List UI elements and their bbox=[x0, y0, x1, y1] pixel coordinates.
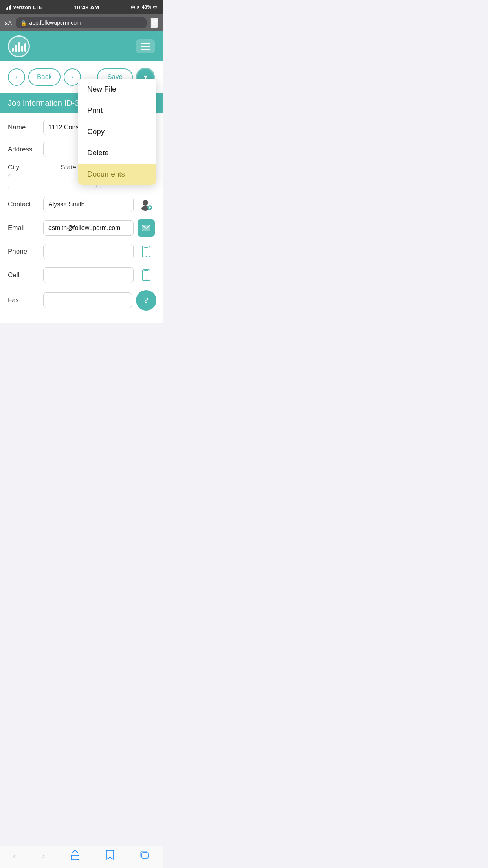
name-label: Name bbox=[8, 123, 39, 131]
cell-row: Cell bbox=[8, 267, 155, 284]
svg-rect-9 bbox=[142, 270, 150, 281]
phone-label: Phone bbox=[8, 248, 39, 256]
email-button[interactable] bbox=[138, 219, 155, 237]
lock-icon: 🔒 bbox=[20, 20, 27, 26]
address-label: Address bbox=[8, 145, 39, 153]
cell-label: Cell bbox=[8, 271, 39, 279]
dropdown-item-delete[interactable]: Delete bbox=[78, 142, 156, 164]
cell-button[interactable] bbox=[138, 267, 155, 284]
city-label: City bbox=[8, 164, 57, 171]
help-icon: ? bbox=[144, 295, 149, 305]
font-size-control[interactable]: aA bbox=[5, 20, 12, 26]
time-label: 10:49 AM bbox=[73, 4, 99, 11]
dropdown-item-print[interactable]: Print bbox=[78, 100, 156, 121]
cell-input[interactable] bbox=[43, 267, 134, 283]
browser-bar: aA 🔒 app.followupcrm.com ↺ bbox=[0, 14, 163, 31]
logo-bars bbox=[12, 41, 26, 52]
app-logo bbox=[8, 35, 30, 57]
svg-point-8 bbox=[146, 256, 147, 257]
svg-text:+: + bbox=[148, 205, 151, 210]
cell-icon bbox=[141, 269, 151, 281]
phone-input[interactable] bbox=[43, 244, 134, 259]
contact-input[interactable] bbox=[43, 197, 134, 212]
status-left: Verizon LTE bbox=[6, 4, 42, 10]
contact-label: Contact bbox=[8, 200, 39, 208]
status-bar: Verizon LTE 10:49 AM ◎ ➤ 43% ▭ bbox=[0, 0, 163, 14]
phone-button[interactable] bbox=[138, 243, 155, 260]
nav-left: ‹ Back › bbox=[8, 68, 81, 86]
app-header bbox=[0, 31, 163, 61]
dropdown-item-copy[interactable]: Copy bbox=[78, 121, 156, 142]
navigation-icon: ➤ bbox=[136, 4, 140, 10]
dropdown-item-new-file[interactable]: New File bbox=[78, 79, 156, 100]
fax-input[interactable] bbox=[43, 292, 132, 308]
location-icon: ◎ bbox=[131, 4, 135, 10]
refresh-button[interactable]: ↺ bbox=[150, 18, 158, 28]
add-contact-icon: + bbox=[140, 198, 152, 211]
email-icon bbox=[142, 225, 150, 231]
hamburger-menu-button[interactable] bbox=[136, 39, 155, 53]
signal-bars bbox=[6, 5, 11, 10]
svg-rect-6 bbox=[142, 246, 150, 257]
dropdown-menu: New File Print Copy Delete Documents bbox=[78, 79, 156, 185]
fax-label: Fax bbox=[8, 296, 39, 304]
url-text: app.followupcrm.com bbox=[29, 20, 81, 26]
battery-percent: 43% bbox=[142, 4, 151, 10]
email-label: Email bbox=[8, 224, 39, 232]
status-right: ◎ ➤ 43% ▭ bbox=[131, 4, 157, 10]
fax-row: Fax ? bbox=[8, 290, 155, 311]
svg-point-11 bbox=[146, 280, 147, 281]
phone-row: Phone bbox=[8, 243, 155, 260]
email-row: Email bbox=[8, 219, 155, 237]
back-button[interactable]: Back bbox=[28, 68, 61, 86]
svg-point-0 bbox=[143, 200, 148, 206]
phone-icon bbox=[141, 246, 151, 257]
hamburger-line-3 bbox=[141, 49, 150, 50]
help-button[interactable]: ? bbox=[136, 290, 156, 311]
battery-icon: ▭ bbox=[153, 4, 157, 10]
contact-row: Contact + bbox=[8, 196, 155, 213]
carrier-label: Verizon bbox=[13, 4, 31, 10]
url-bar[interactable]: 🔒 app.followupcrm.com bbox=[16, 17, 147, 28]
svg-rect-10 bbox=[144, 270, 148, 271]
hamburger-line-1 bbox=[141, 43, 150, 44]
prev-button[interactable]: ‹ bbox=[8, 68, 25, 86]
svg-rect-7 bbox=[144, 247, 148, 248]
dropdown-item-documents[interactable]: Documents bbox=[78, 164, 156, 185]
add-contact-button[interactable]: + bbox=[138, 196, 155, 213]
hamburger-line-2 bbox=[141, 46, 150, 47]
network-label: LTE bbox=[33, 4, 42, 10]
email-input[interactable] bbox=[43, 220, 134, 236]
